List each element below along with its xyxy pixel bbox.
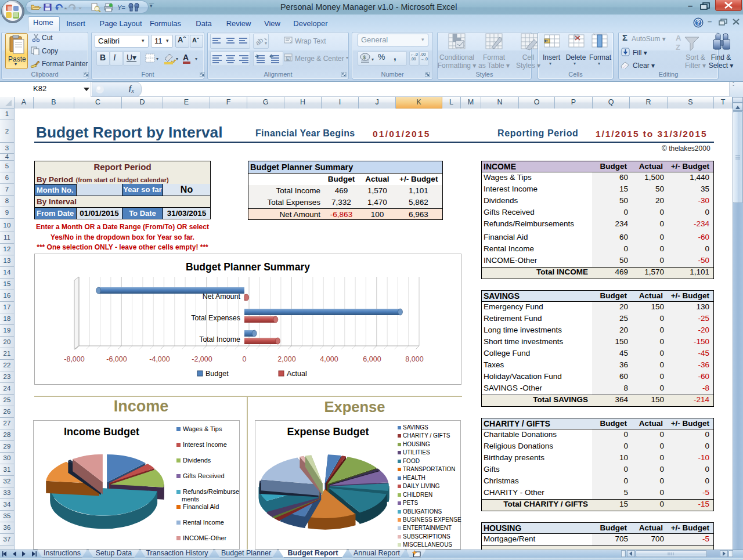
svg-text:-6,000: -6,000 [106,355,127,363]
svg-text:A: A [676,34,681,42]
svg-text:-2,000: -2,000 [192,355,212,363]
svg-text:Budget Planner Summary: Budget Planner Summary [186,261,310,273]
svg-text:Budget: Budget [205,370,229,378]
svg-text:-8,000: -8,000 [64,355,84,363]
svg-text:0: 0 [243,355,247,363]
svg-text:Total Income: Total Income [199,335,240,344]
svg-text:Z: Z [676,43,680,52]
svg-text:?: ? [697,19,700,26]
svg-text:ab: ab [254,36,265,48]
svg-text:2,000: 2,000 [277,355,295,363]
svg-text:A: A [183,53,189,62]
svg-text:Y=: Y= [117,4,125,11]
svg-text:▾: ▾ [372,57,374,62]
svg-text:Total Expenses: Total Expenses [191,314,240,322]
svg-text:4,000: 4,000 [320,355,338,363]
svg-text:▾: ▾ [265,41,267,46]
svg-text:▾: ▾ [176,56,178,62]
svg-text:Actual: Actual [287,370,307,378]
svg-text:▾: ▾ [156,56,158,62]
svg-text:$: $ [363,55,366,60]
svg-text:▾: ▾ [195,56,197,62]
svg-text:Net Amount: Net Amount [203,292,241,301]
svg-text:-4,000: -4,000 [149,355,169,363]
svg-text:8,000: 8,000 [405,355,423,363]
svg-text:6,000: 6,000 [363,355,381,363]
